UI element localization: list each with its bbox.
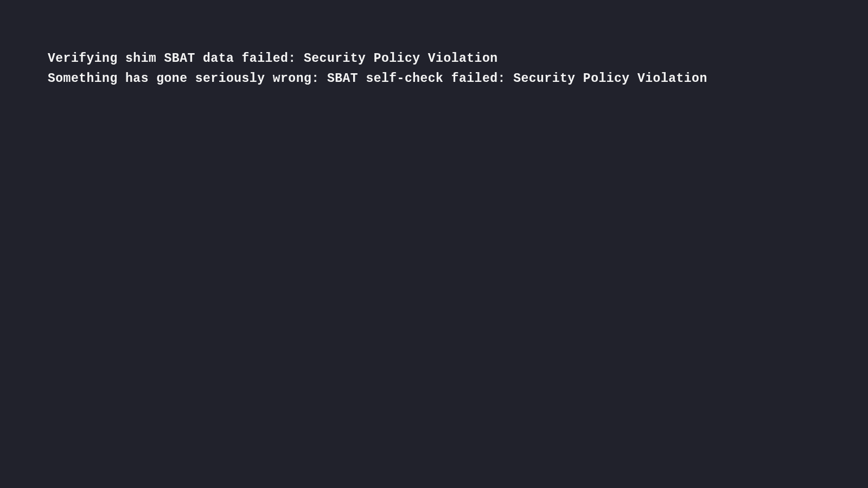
boot-console: Verifying shim SBAT data failed: Securit… — [0, 0, 868, 89]
console-line: Verifying shim SBAT data failed: Securit… — [48, 49, 868, 69]
console-line: Something has gone seriously wrong: SBAT… — [48, 69, 868, 89]
